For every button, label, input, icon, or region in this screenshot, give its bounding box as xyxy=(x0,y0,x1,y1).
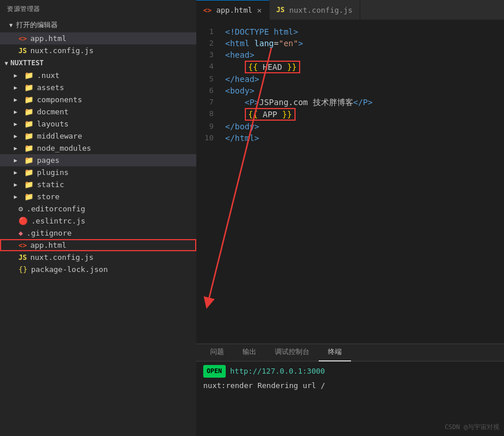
folder-arrow: ▶ xyxy=(14,169,21,176)
folder-middleware[interactable]: ▶ 📁 middleware xyxy=(0,130,196,142)
line-content-5: </head> xyxy=(225,73,504,85)
open-file-nuxt-config-label: nuxt.config.js xyxy=(30,46,94,55)
folder-icon: 📁 xyxy=(24,144,33,152)
folder-components[interactable]: ▶ 📁 components xyxy=(0,94,196,106)
folder-pages[interactable]: ▶ 📁 pages xyxy=(0,154,196,166)
line-content-7: <P>JSPang.com 技术胖博客</P> xyxy=(225,96,504,108)
json-icon: {} xyxy=(18,265,28,274)
line-content-10: </html> xyxy=(225,132,504,144)
line-content-6: <body> xyxy=(225,85,504,96)
line-number-7: 7 xyxy=(196,96,225,108)
folder-plugins-label: plugins xyxy=(37,168,69,177)
folder-assets[interactable]: ▶ 📁 assets xyxy=(0,81,196,94)
terminal-line-2: nuxt:render Rendering url / xyxy=(203,380,497,392)
panel-area: 问题 输出 调试控制台 终端 OPEN http://127.0.0.1:300… xyxy=(196,344,504,436)
panel-tab-terminal-label: 终端 xyxy=(328,347,342,357)
tab-html-icon: <> xyxy=(203,6,211,14)
js-icon: JS xyxy=(18,254,27,262)
code-line-2: 2 <html lang="en"> xyxy=(196,38,504,49)
folder-static[interactable]: ▶ 📁 static xyxy=(0,178,196,191)
open-file-nuxt-config[interactable]: JS nuxt.config.js xyxy=(0,44,196,57)
folder-icon: 📁 xyxy=(24,71,33,80)
circle-icon: 🔴 xyxy=(18,217,28,225)
folder-layouts[interactable]: ▶ 📁 layouts xyxy=(0,118,196,130)
folder-arrow: ▶ xyxy=(14,181,21,188)
folder-icon: 📁 xyxy=(24,107,33,116)
folder-middleware-label: middleware xyxy=(37,132,82,140)
folder-plugins[interactable]: ▶ 📁 plugins xyxy=(0,166,196,178)
file-gitignore-label: .gitignore xyxy=(27,229,72,237)
folder-nuxt[interactable]: ▶ 📁 .nuxt xyxy=(0,69,196,81)
tab-nuxt-config-label: nuxt.config.js xyxy=(289,6,353,14)
folder-arrow: ▶ xyxy=(14,121,21,127)
line-content-3: <head> xyxy=(225,49,504,61)
terminal-line-1: OPEN http://127.0.0.1:3000 xyxy=(203,365,497,378)
git-icon: ◆ xyxy=(18,229,23,237)
code-line-7: 7 <P>JSPang.com 技术胖博客</P> xyxy=(196,96,504,108)
file-package-lock[interactable]: {} package-lock.json xyxy=(0,263,196,275)
js-icon: JS xyxy=(18,47,27,55)
open-editors-section[interactable]: ▼ 打开的编辑器 xyxy=(0,18,196,32)
tab-nuxt-config[interactable]: JS nuxt.config.js xyxy=(270,0,360,20)
root-folder[interactable]: ▼ NUXTTEST xyxy=(0,57,196,69)
folder-icon: 📁 xyxy=(24,156,33,165)
terminal-url: http://127.0.0.1:3000 xyxy=(230,366,325,377)
tab-app-html[interactable]: <> app.html × xyxy=(196,0,270,20)
line-content-2: <html lang="en"> xyxy=(225,38,504,49)
line-content-4: {{ HEAD }} xyxy=(225,61,504,73)
line-content-1: <!DOCTYPE html> xyxy=(225,26,504,38)
folder-arrow: ▶ xyxy=(14,193,21,200)
folder-icon: 📁 xyxy=(24,120,33,128)
folder-arrow: ▶ xyxy=(14,72,21,79)
code-line-10: 10 </html> xyxy=(196,132,504,144)
folder-pages-label: pages xyxy=(37,156,59,165)
folder-docment[interactable]: ▶ 📁 docment xyxy=(0,106,196,118)
open-editors-arrow: ▼ xyxy=(9,22,13,28)
file-nuxt-config-label: nuxt.config.js xyxy=(30,253,94,262)
file-editorconfig-label: .editorconfig xyxy=(27,204,85,213)
code-line-4: 4 {{ HEAD }} xyxy=(196,61,504,73)
code-line-9: 9 </body> xyxy=(196,121,504,132)
open-file-app-html[interactable]: <> app.html xyxy=(0,32,196,44)
panel-tab-issues[interactable]: 问题 xyxy=(201,344,233,362)
panel-tab-debug[interactable]: 调试控制台 xyxy=(266,344,319,362)
file-nuxt-config[interactable]: JS nuxt.config.js xyxy=(0,251,196,263)
sidebar: 资源管理器 ▼ 打开的编辑器 <> app.html JS nuxt.confi… xyxy=(0,0,196,436)
root-folder-label: NUXTTEST xyxy=(10,59,44,67)
line-number-5: 5 xyxy=(196,73,225,85)
line-number-9: 9 xyxy=(196,121,225,132)
folder-icon: 📁 xyxy=(24,83,33,92)
folder-icon: 📁 xyxy=(24,132,33,140)
panel-tabs: 问题 输出 调试控制台 终端 xyxy=(196,344,504,362)
file-eslintrc-label: .eslintrc.js xyxy=(31,217,85,225)
html-icon: <> xyxy=(18,35,27,43)
folder-components-label: components xyxy=(37,95,82,104)
file-eslintrc[interactable]: 🔴 .eslintrc.js xyxy=(0,215,196,227)
code-line-5: 5 </head> xyxy=(196,73,504,85)
folder-arrow: ▶ xyxy=(14,84,21,91)
folder-arrow: ▶ xyxy=(14,133,21,139)
panel-tab-terminal[interactable]: 终端 xyxy=(319,344,351,362)
panel-tab-output[interactable]: 输出 xyxy=(233,344,266,362)
code-editor[interactable]: 1 <!DOCTYPE html> 2 <html lang="en"> 3 <… xyxy=(196,20,504,344)
line-number-4: 4 xyxy=(196,61,225,72)
code-line-6: 6 <body> xyxy=(196,85,504,96)
file-package-lock-label: package-lock.json xyxy=(31,265,108,274)
folder-icon: 📁 xyxy=(24,168,33,177)
folder-arrow: ▶ xyxy=(14,157,21,163)
file-editorconfig[interactable]: ⚙ .editorconfig xyxy=(0,203,196,215)
open-editors-label: 打开的编辑器 xyxy=(16,20,58,30)
folder-arrow: ▶ xyxy=(14,96,21,103)
file-gitignore[interactable]: ◆ .gitignore xyxy=(0,227,196,239)
terminal-render-text: nuxt:render Rendering url / xyxy=(203,380,325,392)
folder-store[interactable]: ▶ 📁 store xyxy=(0,191,196,203)
tab-js-icon: JS xyxy=(277,6,285,14)
line-number-6: 6 xyxy=(196,85,225,96)
gear-icon: ⚙ xyxy=(18,204,23,213)
watermark: CSDN @与宇宙对视 xyxy=(445,423,499,431)
tab-close-button[interactable]: × xyxy=(257,6,262,15)
folder-layouts-label: layouts xyxy=(37,120,69,128)
line-content-8: {{ APP }} xyxy=(225,108,504,121)
file-app-html[interactable]: <> app.html xyxy=(0,239,196,251)
folder-node-modules[interactable]: ▶ 📁 node_modules xyxy=(0,142,196,154)
